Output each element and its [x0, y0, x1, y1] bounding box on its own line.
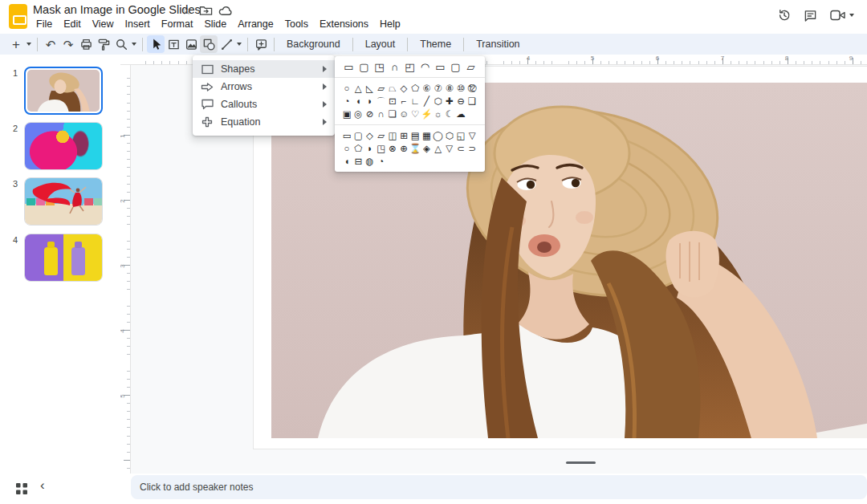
pentagon-shape[interactable]: ⬠: [409, 83, 421, 95]
rounded-rectangle-shape[interactable]: ▢: [356, 60, 372, 73]
move-folder-icon[interactable]: [199, 3, 213, 17]
menu-insert[interactable]: Insert: [120, 17, 156, 32]
ring-shape[interactable]: ⊖: [455, 96, 466, 108]
triangle-shape[interactable]: △: [352, 83, 364, 95]
collate-shape[interactable]: ⌛: [409, 143, 421, 155]
parallelogram-shape[interactable]: ▱: [463, 60, 478, 73]
speaker-notes-resize-handle[interactable]: [566, 461, 596, 464]
delay-alt-shape[interactable]: ⊃: [466, 143, 478, 155]
or-shape[interactable]: ⊕: [398, 143, 409, 155]
slide-2-thumbnail[interactable]: [24, 122, 103, 170]
l-shape-shape[interactable]: ∟: [409, 96, 421, 108]
insert-comment-button[interactable]: [252, 35, 270, 53]
cube-shape[interactable]: ❑: [466, 96, 478, 108]
arc-shape[interactable]: ⌒: [376, 96, 387, 108]
menu-help[interactable]: Help: [374, 17, 406, 32]
menu-item-equation[interactable]: Equation: [193, 113, 335, 131]
cloud-saved-icon[interactable]: [218, 3, 232, 17]
cloud-shape[interactable]: ☁: [455, 108, 466, 120]
redo-button[interactable]: ↷: [59, 35, 77, 53]
teardrop-shape[interactable]: ◗: [364, 96, 375, 108]
diagonal-stripe-shape[interactable]: ╱: [421, 96, 432, 108]
process-shape[interactable]: ▭: [341, 130, 352, 142]
rectangle-shape[interactable]: ▭: [341, 60, 356, 73]
menu-slide[interactable]: Slide: [198, 17, 232, 32]
blocked-arc-shape[interactable]: ∩: [376, 108, 387, 120]
no-symbol-shape[interactable]: ⊘: [364, 108, 375, 120]
slide-4-thumbnail[interactable]: [24, 234, 103, 282]
slides-app-icon[interactable]: [9, 4, 27, 29]
folded-corner-shape[interactable]: ❏: [387, 108, 398, 120]
document-shape[interactable]: ▤: [409, 130, 421, 142]
join-call-button[interactable]: [830, 6, 856, 24]
snip-same-side-shape[interactable]: ◰: [402, 60, 417, 73]
snip-single-corner-shape[interactable]: ◳: [372, 60, 387, 73]
manual-input-shape[interactable]: ◱: [455, 130, 466, 142]
internal-storage-shape[interactable]: ⊞: [398, 130, 409, 142]
sun-shape[interactable]: ☼: [433, 108, 444, 120]
magnetic-disk-shape[interactable]: ⊟: [352, 156, 364, 168]
smiley-shape[interactable]: ☺: [398, 108, 409, 120]
moon-shape[interactable]: ☾: [444, 108, 455, 120]
right-triangle-shape[interactable]: ◺: [364, 83, 375, 95]
preparation-shape[interactable]: ⬡: [444, 130, 455, 142]
decagon-shape[interactable]: ⑩: [455, 83, 466, 95]
manual-operation-shape[interactable]: ▽: [466, 130, 478, 142]
card-shape[interactable]: ◳: [376, 143, 387, 155]
print-button[interactable]: [77, 35, 95, 53]
menu-item-arrows[interactable]: Arrows: [193, 78, 335, 96]
chord-shape[interactable]: ◖: [352, 96, 364, 108]
summing-junction-shape[interactable]: ⊗: [387, 143, 398, 155]
insert-shape-button[interactable]: [200, 35, 218, 53]
display-shape[interactable]: ◖: [341, 156, 352, 168]
menu-file[interactable]: File: [31, 17, 58, 32]
hexagon-shape[interactable]: ⑥: [421, 83, 432, 95]
zoom-options-caret[interactable]: [130, 35, 138, 53]
multidocument-shape[interactable]: ▦: [421, 130, 432, 142]
trapezoid-shape[interactable]: ⏢: [387, 83, 398, 95]
direct-access-storage-shape[interactable]: ◍: [364, 156, 375, 168]
menu-arrange[interactable]: Arrange: [232, 17, 279, 32]
pie-shape[interactable]: ◔: [341, 96, 352, 108]
donut-shape[interactable]: ◎: [352, 108, 364, 120]
alternate-process-shape[interactable]: ▢: [352, 130, 364, 142]
merge-shape[interactable]: ▽: [444, 143, 455, 155]
extract-shape[interactable]: △: [433, 143, 444, 155]
heavy-frame-shape[interactable]: ▣: [341, 108, 352, 120]
background-button[interactable]: Background: [279, 35, 348, 53]
text-box-tool-button[interactable]: [165, 35, 182, 53]
insert-image-button[interactable]: [182, 35, 200, 53]
menu-extensions[interactable]: Extensions: [314, 17, 374, 32]
theme-button[interactable]: Theme: [412, 35, 459, 53]
document-title[interactable]: Mask an Image in Google Slides: [33, 3, 201, 16]
round-same-side-shape[interactable]: ◠: [417, 60, 433, 73]
half-frame-shape[interactable]: ⌐: [398, 96, 409, 108]
speaker-notes-input[interactable]: Click to add speaker notes: [131, 475, 867, 499]
grid-view-icon[interactable]: [15, 482, 28, 495]
lightning-bolt-shape[interactable]: ⚡: [421, 108, 432, 120]
heptagon-shape[interactable]: ⑦: [433, 83, 444, 95]
menu-format[interactable]: Format: [156, 17, 199, 32]
transition-button[interactable]: Transition: [468, 35, 527, 53]
version-history-icon[interactable]: [777, 9, 791, 22]
line-options-caret[interactable]: [235, 35, 243, 53]
menu-view[interactable]: View: [87, 17, 120, 32]
insert-line-button[interactable]: [218, 35, 235, 53]
off-page-connector-shape[interactable]: ⬠: [352, 143, 364, 155]
circle-shape[interactable]: ○: [341, 83, 352, 95]
call-options-caret[interactable]: [848, 6, 856, 24]
paint-format-button[interactable]: [95, 35, 112, 53]
new-slide-options-caret[interactable]: [25, 35, 33, 53]
slide-3-thumbnail[interactable]: [24, 177, 103, 226]
layout-button[interactable]: Layout: [357, 35, 404, 53]
heart-shape[interactable]: ♡: [409, 108, 421, 120]
stored-data-shape[interactable]: ⊂: [455, 143, 466, 155]
connector-shape[interactable]: ○: [341, 143, 352, 155]
select-tool-button[interactable]: [147, 35, 165, 53]
dodecagon-shape[interactable]: ⑫: [466, 83, 478, 95]
rectangle-shape[interactable]: ▭: [433, 60, 448, 73]
menu-tools[interactable]: Tools: [279, 17, 314, 32]
menu-edit[interactable]: Edit: [58, 17, 87, 32]
terminator-shape[interactable]: ◯: [433, 130, 444, 142]
octagon-shape[interactable]: ⑧: [444, 83, 455, 95]
